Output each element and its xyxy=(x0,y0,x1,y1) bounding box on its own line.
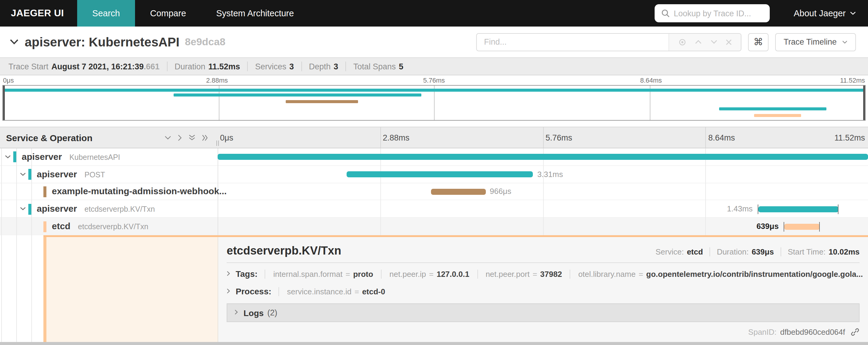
tag-item: net.peer.port=37982 xyxy=(477,269,570,279)
span-row-etcd-txn[interactable]: etcd etcdserverpb.KV/Txn 639μs xyxy=(0,218,868,235)
minimap-span-bar xyxy=(719,107,827,110)
span-id-value: dfbebd960ced064f xyxy=(780,327,845,337)
search-icon xyxy=(661,9,670,18)
trace-summary-bar: Trace Start August 7 2021, 16:21:39 .661… xyxy=(0,57,868,76)
spacer xyxy=(0,121,868,127)
detail-accent-border xyxy=(43,235,868,237)
collapse-all-icon[interactable] xyxy=(189,135,195,141)
span-row-apiserver-etcd-txn[interactable]: apiserver etcdserverpb.KV/Txn 1.43ms xyxy=(0,201,868,218)
collapse-span-chevron-icon[interactable] xyxy=(20,207,26,211)
span-color-bar xyxy=(28,204,31,215)
timeline-tick: 2.88ms xyxy=(383,127,410,148)
gridline xyxy=(380,127,381,148)
span-duration-bar[interactable] xyxy=(218,154,868,160)
expand-one-icon[interactable] xyxy=(178,134,182,141)
service-operation-header: Service & Operation xyxy=(0,127,218,148)
about-jaeger-menu[interactable]: About Jaeger xyxy=(780,0,868,27)
minimap-drag-handle-right[interactable] xyxy=(863,86,865,120)
span-id-label: SpanID: xyxy=(748,327,777,337)
process-row[interactable]: Process: service.instance.id=etcd-0 xyxy=(227,287,860,296)
collapse-span-chevron-icon[interactable] xyxy=(5,155,11,159)
span-edge-tick xyxy=(784,222,784,231)
span-id-row: SpanID: dfbebd960ced064f xyxy=(227,327,860,337)
span-name-cell[interactable]: etcd etcdserverpb.KV/Txn xyxy=(0,218,218,235)
detail-operation-title: etcdserverpb.KV/Txn xyxy=(227,244,341,258)
keyboard-shortcuts-button[interactable]: ⌘ xyxy=(748,33,769,51)
detail-start-time: Start Time:10.02ms xyxy=(781,247,860,256)
timeline-tick: 5.76ms xyxy=(546,127,572,148)
span-color-bar xyxy=(43,186,46,197)
process-label: Process: xyxy=(236,287,271,296)
find-prev-icon[interactable] xyxy=(695,40,702,44)
logs-count: (2) xyxy=(267,308,277,317)
chevron-right-icon[interactable] xyxy=(227,288,230,294)
trace-view-label: Trace Timeline xyxy=(784,37,837,47)
span-graph-cell[interactable]: 3.31ms xyxy=(218,166,868,183)
find-input[interactable]: Find... xyxy=(477,33,669,50)
timeline-tick: 8.64ms xyxy=(708,127,735,148)
nav-spacer xyxy=(309,0,654,27)
span-name-cell[interactable]: apiserver KubernetesAPI xyxy=(0,148,218,165)
logs-accordion[interactable]: Logs (2) xyxy=(227,304,860,322)
minimap-span-bar xyxy=(754,114,801,117)
locate-icon[interactable] xyxy=(678,38,686,46)
detail-span-color-bar xyxy=(43,235,46,345)
span-duration-bar[interactable] xyxy=(431,189,486,195)
app-brand[interactable]: JAEGER UI xyxy=(0,0,77,27)
span-color-bar xyxy=(13,152,16,163)
collapse-trace-chevron-icon[interactable] xyxy=(10,39,19,45)
minimap-viewport[interactable] xyxy=(2,85,866,121)
span-row-webhook[interactable]: example-mutating-admission-webhook... 96… xyxy=(0,183,868,201)
minimap-drag-handle-left[interactable] xyxy=(3,86,5,120)
span-row-apiserver-post[interactable]: apiserver POST 3.31ms xyxy=(0,166,868,183)
expand-all-icon[interactable] xyxy=(202,134,208,141)
span-graph-cell[interactable] xyxy=(218,148,868,165)
trace-lookup-input[interactable]: Lookup by Trace ID... xyxy=(654,4,770,22)
find-box: Find... xyxy=(476,33,741,51)
span-operation: etcdserverpb.KV/Txn xyxy=(84,205,155,214)
minimap-tick: 8.64ms xyxy=(640,77,662,84)
tag-item: net.peer.ip=127.0.0.1 xyxy=(381,269,477,279)
span-duration-bar[interactable] xyxy=(784,224,820,230)
trace-view-selector[interactable]: Trace Timeline xyxy=(775,33,856,51)
collapse-one-icon[interactable] xyxy=(164,136,171,140)
nav-item-system-architecture[interactable]: System Architecture xyxy=(201,0,309,27)
span-name-cell[interactable]: example-mutating-admission-webhook... xyxy=(0,183,218,200)
span-graph-cell[interactable]: 966μs xyxy=(218,183,868,200)
minimap-span-bar xyxy=(3,89,865,92)
span-duration-label: 639μs xyxy=(756,222,779,231)
service-operation-title: Service & Operation xyxy=(6,133,93,143)
span-operation: etcdserverpb.KV/Txn xyxy=(78,223,148,231)
detail-header: etcdserverpb.KV/Txn Service:etcd Duratio… xyxy=(227,244,860,258)
chevron-right-icon[interactable] xyxy=(227,271,230,276)
summary-total-spans: Total Spans 5 xyxy=(346,61,410,71)
timeline-tick: 0μs xyxy=(220,127,233,148)
span-graph-cell[interactable]: 639μs xyxy=(218,218,868,235)
span-name-cell[interactable]: apiserver POST xyxy=(0,166,218,183)
clear-find-icon[interactable] xyxy=(726,39,732,45)
chevron-down-icon xyxy=(850,11,856,15)
minimap-span-bar xyxy=(174,93,421,96)
span-color-bar xyxy=(28,169,31,180)
find-next-icon[interactable] xyxy=(711,40,717,44)
span-edge-tick xyxy=(838,204,839,214)
nav-item-compare[interactable]: Compare xyxy=(135,0,201,27)
collapse-span-chevron-icon[interactable] xyxy=(20,172,26,176)
detail-duration: Duration:639μs xyxy=(710,247,774,256)
trace-id: 8e9dca8 xyxy=(185,36,225,48)
span-graph-cell[interactable]: 1.43ms xyxy=(218,201,868,218)
tree-controls xyxy=(164,134,213,141)
span-rows: apiserver KubernetesAPI apiserver POST 3… xyxy=(0,148,868,235)
span-duration-bar[interactable] xyxy=(758,206,839,212)
copy-link-icon[interactable] xyxy=(850,327,860,337)
span-row-apiserver-kubernetesapi[interactable]: apiserver KubernetesAPI xyxy=(0,148,868,166)
tags-row[interactable]: Tags: internal.span.format=proto net.pee… xyxy=(227,269,860,279)
horizontal-scrollbar[interactable] xyxy=(0,342,868,345)
span-duration-bar[interactable] xyxy=(346,171,533,177)
tag-item: internal.span.format=proto xyxy=(265,269,381,279)
timeline-ticks-header: 0μs 2.88ms 5.76ms 8.64ms 11.52ms xyxy=(218,127,868,148)
logs-label: Logs xyxy=(244,308,264,318)
span-name-cell[interactable]: apiserver etcdserverpb.KV/Txn xyxy=(0,201,218,218)
trace-header-controls: Find... ⌘ xyxy=(476,33,856,51)
nav-item-search[interactable]: Search xyxy=(77,0,135,27)
